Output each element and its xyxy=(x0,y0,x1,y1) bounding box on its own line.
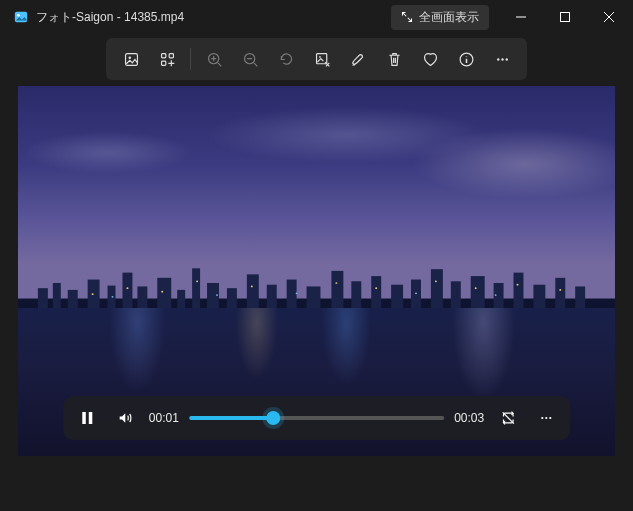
svg-point-67 xyxy=(549,417,551,419)
svg-rect-2 xyxy=(516,17,526,18)
window-maximize-button[interactable] xyxy=(543,0,587,34)
svg-point-15 xyxy=(501,58,503,60)
edit-image-button[interactable] xyxy=(305,42,339,76)
apps-grid-icon xyxy=(159,51,176,68)
seek-slider[interactable] xyxy=(189,408,444,428)
svg-point-12 xyxy=(319,56,321,58)
playback-bar: 00:01 00:03 xyxy=(63,396,570,440)
svg-point-57 xyxy=(559,289,561,291)
info-icon xyxy=(458,51,475,68)
pause-icon xyxy=(80,411,94,425)
svg-point-14 xyxy=(497,58,499,60)
title-app: フォト xyxy=(36,9,72,26)
more-icon xyxy=(494,51,511,68)
fullscreen-icon xyxy=(401,11,413,23)
zoom-in-icon xyxy=(206,51,223,68)
apps-button[interactable] xyxy=(150,42,184,76)
speaker-icon xyxy=(117,410,133,426)
svg-rect-8 xyxy=(161,61,165,65)
gallery-button[interactable] xyxy=(114,42,148,76)
svg-rect-4 xyxy=(125,53,137,65)
svg-point-66 xyxy=(545,417,547,419)
title-file: Saigon - 14385.mp4 xyxy=(76,10,184,24)
window-minimize-button[interactable] xyxy=(499,0,543,34)
delete-button[interactable] xyxy=(377,42,411,76)
svg-point-65 xyxy=(541,417,543,419)
volume-button[interactable] xyxy=(111,404,139,432)
svg-point-62 xyxy=(495,294,497,296)
media-viewport[interactable]: 00:01 00:03 xyxy=(18,86,615,456)
zoom-out-icon xyxy=(242,51,259,68)
info-button[interactable] xyxy=(449,42,483,76)
svg-point-49 xyxy=(161,290,163,292)
svg-point-56 xyxy=(516,283,518,285)
duration-label: 00:03 xyxy=(454,411,484,425)
app-icon xyxy=(14,10,28,24)
svg-point-51 xyxy=(251,285,253,287)
svg-rect-7 xyxy=(169,53,173,57)
toolbar-container xyxy=(0,34,633,86)
loop-off-icon xyxy=(500,410,516,426)
svg-point-16 xyxy=(505,58,507,60)
title-bar: フォト - Saigon - 14385.mp4 全画面表示 xyxy=(0,0,633,34)
playback-more-button[interactable] xyxy=(532,404,560,432)
heart-icon xyxy=(422,51,439,68)
favorite-button[interactable] xyxy=(413,42,447,76)
svg-point-48 xyxy=(126,287,128,289)
svg-point-53 xyxy=(375,287,377,289)
edit-image-icon xyxy=(314,51,331,68)
zoom-in-button[interactable] xyxy=(197,42,231,76)
window-close-button[interactable] xyxy=(587,0,631,34)
rotate-icon xyxy=(278,51,295,68)
fullscreen-label: 全画面表示 xyxy=(419,9,479,26)
current-time-label: 00:01 xyxy=(149,411,179,425)
svg-point-61 xyxy=(415,292,417,294)
svg-rect-64 xyxy=(88,412,92,424)
svg-point-47 xyxy=(92,293,94,295)
svg-rect-0 xyxy=(15,12,27,23)
svg-point-1 xyxy=(17,14,20,17)
trash-icon xyxy=(386,51,403,68)
svg-rect-6 xyxy=(161,53,165,57)
svg-point-5 xyxy=(128,56,131,59)
rotate-button[interactable] xyxy=(269,42,303,76)
svg-point-50 xyxy=(196,280,198,282)
svg-point-52 xyxy=(335,282,337,284)
svg-rect-63 xyxy=(82,412,86,424)
fullscreen-button[interactable]: 全画面表示 xyxy=(391,5,489,30)
svg-point-60 xyxy=(296,292,298,294)
zoom-out-button[interactable] xyxy=(233,42,267,76)
svg-point-58 xyxy=(112,296,114,298)
toolbar xyxy=(106,38,527,80)
svg-point-59 xyxy=(216,294,218,296)
svg-point-54 xyxy=(435,280,437,282)
svg-point-55 xyxy=(475,287,477,289)
svg-rect-3 xyxy=(561,13,570,22)
toolbar-separator xyxy=(190,48,191,70)
gallery-icon xyxy=(123,51,140,68)
play-pause-button[interactable] xyxy=(73,404,101,432)
more-icon xyxy=(538,410,554,426)
loop-button[interactable] xyxy=(494,404,522,432)
toolbar-more-button[interactable] xyxy=(485,42,519,76)
markup-button[interactable] xyxy=(341,42,375,76)
markup-icon xyxy=(350,51,367,68)
